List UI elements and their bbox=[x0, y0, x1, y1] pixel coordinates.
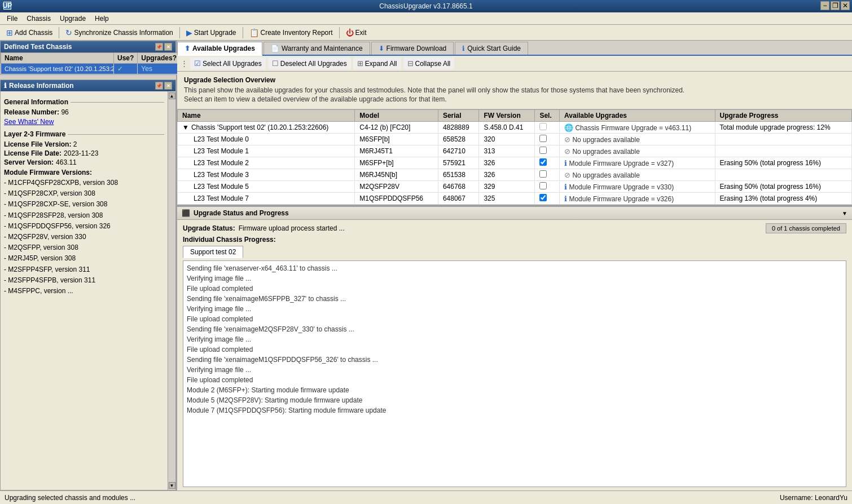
tab-warranty-label: Warranty and Maintenance bbox=[282, 45, 363, 52]
row-fw-version: 313 bbox=[479, 145, 535, 157]
row-model: C4-12 (b) [FC20] bbox=[355, 122, 438, 134]
restore-button[interactable]: ❐ bbox=[831, 1, 840, 10]
info-icon: ℹ bbox=[564, 159, 567, 167]
row-name: ▼Chassis 'Support test 02' (10.20.1.253:… bbox=[178, 122, 355, 134]
tab-quick-start[interactable]: ℹ Quick Start Guide bbox=[455, 42, 528, 55]
table-row[interactable]: L23 Test Module 2M6SFP+[b]575921326ℹ Mod… bbox=[178, 157, 852, 169]
toolbar-dots-icon: ⋮ bbox=[181, 59, 188, 68]
module-fw-item: - M1QSFPDDQSFP56, version 326 bbox=[4, 221, 164, 232]
tab-firmware-download[interactable]: ⬇ Firmware Download bbox=[371, 42, 454, 55]
chassis-row[interactable]: Chassis 'Support test 02' (10.20.1.253:2… bbox=[1, 64, 181, 74]
info-icon: ℹ bbox=[564, 194, 567, 203]
main-container: Defined Test Chassis 📌 ✕ Name Use? Upgra… bbox=[0, 41, 852, 490]
create-inventory-button[interactable]: 📋 Create Inventory Report bbox=[245, 26, 337, 39]
row-serial: 651538 bbox=[438, 169, 478, 181]
row-checkbox[interactable] bbox=[539, 194, 547, 201]
chassis-upgrades: Yes bbox=[138, 64, 181, 74]
row-model: M1QSFPDDQSFP56 bbox=[355, 193, 438, 205]
release-panel-header: ℹ Release Information 📌 ✕ bbox=[1, 80, 175, 91]
col-model: Model bbox=[355, 110, 438, 122]
release-scrollbar[interactable]: ▲ ▼ bbox=[168, 91, 175, 490]
row-name: L23 Test Module 7 bbox=[178, 193, 355, 205]
sync-chassis-button[interactable]: ↻ Synchronize Chassis Information bbox=[62, 26, 177, 39]
status-panel-toggle[interactable]: ▼ bbox=[842, 210, 847, 216]
window-controls[interactable]: − ❐ ✕ bbox=[820, 1, 850, 10]
scroll-up-btn[interactable]: ▲ bbox=[169, 92, 175, 99]
expand-all-label: Expand All bbox=[365, 60, 397, 68]
row-progress bbox=[715, 145, 852, 157]
close-button[interactable]: ✕ bbox=[841, 1, 850, 10]
menu-file[interactable]: File bbox=[2, 12, 22, 24]
row-serial: 658528 bbox=[438, 134, 478, 145]
release-panel-pin[interactable]: 📌 bbox=[155, 82, 163, 90]
tab-available-upgrades[interactable]: ⬆ Available Upgrades bbox=[177, 42, 262, 56]
log-line: File upload completed bbox=[187, 344, 842, 355]
tab-content: ⋮ ☑ Select All Upgrades ☐ Deselect All U… bbox=[177, 56, 852, 490]
tab-warranty[interactable]: 📄 Warranty and Maintenance bbox=[263, 42, 370, 55]
table-row[interactable]: L23 Test Module 3M6RJ45N[b]651538326⊘ No… bbox=[178, 169, 852, 181]
minimize-button[interactable]: − bbox=[820, 1, 829, 10]
row-checkbox[interactable] bbox=[539, 170, 547, 178]
row-checkbox[interactable] bbox=[539, 147, 547, 154]
log-line: Verifying image file ... bbox=[187, 334, 842, 344]
row-sel[interactable] bbox=[535, 157, 560, 169]
menu-chassis[interactable]: Chassis bbox=[22, 12, 55, 24]
table-row[interactable]: ▼Chassis 'Support test 02' (10.20.1.253:… bbox=[178, 122, 852, 134]
col-sel: Sel. bbox=[535, 110, 560, 122]
row-checkbox[interactable] bbox=[539, 182, 547, 189]
row-checkbox[interactable] bbox=[539, 123, 547, 130]
chassis-panel: Defined Test Chassis 📌 ✕ Name Use? Upgra… bbox=[0, 41, 176, 75]
row-serial: 646768 bbox=[438, 181, 478, 193]
left-panel: Defined Test Chassis 📌 ✕ Name Use? Upgra… bbox=[0, 41, 177, 490]
chassis-panel-close[interactable]: ✕ bbox=[164, 43, 172, 51]
collapse-arrow-icon[interactable]: ▼ bbox=[182, 123, 189, 131]
module-fw-versions-section: Module Firmware Versions: - M1CFP4QSFP28… bbox=[4, 169, 164, 297]
row-sel[interactable] bbox=[535, 122, 560, 134]
no-upgrade-icon: ⊘ bbox=[564, 171, 570, 179]
table-row[interactable]: L23 Test Module 7M1QSFPDDQSFP56648067325… bbox=[178, 193, 852, 205]
overview-line1: This panel show the available upgrades f… bbox=[184, 86, 845, 94]
row-progress: Erasing 50% (total progress 16%) bbox=[715, 181, 852, 193]
select-all-btn[interactable]: ☑ Select All Upgrades bbox=[190, 58, 266, 69]
add-chassis-button[interactable]: ⊞ Add Chassis bbox=[2, 26, 56, 39]
release-panel: ℹ Release Information 📌 ✕ General Inform… bbox=[0, 79, 176, 490]
menu-help[interactable]: Help bbox=[90, 12, 113, 24]
row-sel[interactable] bbox=[535, 169, 560, 181]
row-sel[interactable] bbox=[535, 134, 560, 145]
chassis-panel-pin[interactable]: 📌 bbox=[155, 43, 163, 51]
start-upgrade-button[interactable]: ▶ Start Upgrade bbox=[182, 26, 240, 39]
upgrade-toolbar: ⋮ ☑ Select All Upgrades ☐ Deselect All U… bbox=[177, 56, 852, 72]
status-panel-icon: ⬛ bbox=[182, 209, 190, 217]
row-available: ℹ Module Firmware Upgrade = v327) bbox=[560, 157, 715, 169]
table-row[interactable]: L23 Test Module 0M6SFP[b]658528320⊘ No u… bbox=[178, 134, 852, 145]
see-whats-new-link[interactable]: See Whats' New bbox=[4, 118, 54, 126]
row-checkbox[interactable] bbox=[539, 135, 547, 142]
row-fw-version: 320 bbox=[479, 134, 535, 145]
scroll-down-btn[interactable]: ▼ bbox=[169, 482, 175, 489]
sync-label: Synchronize Chassis Information bbox=[74, 29, 173, 37]
log-line: Verifying image file ... bbox=[187, 365, 842, 375]
module-fw-item: - M1QSFP28SFP28, version 308 bbox=[4, 210, 164, 221]
expand-all-btn[interactable]: ⊞ Expand All bbox=[353, 58, 401, 69]
row-sel[interactable] bbox=[535, 193, 560, 205]
add-chassis-icon: ⊞ bbox=[6, 28, 13, 37]
row-fw-version: S.458.0 D.41 bbox=[479, 122, 535, 134]
module-fw-item: - M1CFP4QSFP28CXPB, version 308 bbox=[4, 178, 164, 188]
module-fw-item: - M1QSFP28CXP-SE, version 308 bbox=[4, 199, 164, 210]
release-panel-close[interactable]: ✕ bbox=[164, 82, 172, 90]
menu-upgrade[interactable]: Upgrade bbox=[55, 12, 90, 24]
module-fw-list: - M1CFP4QSFP28CXPB, version 308- M1QSFP2… bbox=[4, 178, 164, 297]
exit-button[interactable]: ⏻ Exit bbox=[342, 26, 371, 39]
row-sel[interactable] bbox=[535, 145, 560, 157]
table-row[interactable]: L23 Test Module 1M6RJ45T1642710313⊘ No u… bbox=[178, 145, 852, 157]
row-available: ℹ Module Firmware Upgrade = v326) bbox=[560, 193, 715, 205]
collapse-all-btn[interactable]: ⊟ Collapse All bbox=[403, 58, 455, 69]
progress-tab-chassis[interactable]: Support test 02 bbox=[183, 246, 243, 258]
row-name: L23 Test Module 2 bbox=[178, 157, 355, 169]
deselect-all-btn[interactable]: ☐ Deselect All Upgrades bbox=[268, 58, 351, 69]
row-name: L23 Test Module 3 bbox=[178, 169, 355, 181]
license-file-version-row: License File Version: 2 bbox=[4, 140, 164, 148]
row-sel[interactable] bbox=[535, 181, 560, 193]
row-checkbox[interactable] bbox=[539, 158, 547, 166]
table-row[interactable]: L23 Test Module 5M2QSFP28V646768329ℹ Mod… bbox=[178, 181, 852, 193]
